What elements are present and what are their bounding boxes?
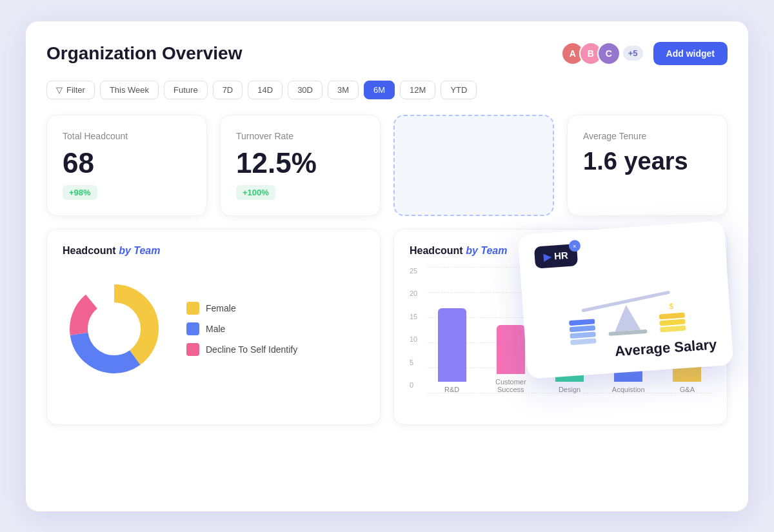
legend-decline-color — [186, 343, 199, 356]
legend-decline: Decline To Self Identify — [186, 343, 297, 356]
time-filter-14d[interactable]: 14D — [248, 81, 283, 99]
time-filter-ytd[interactable]: YTD — [441, 81, 477, 99]
legend-female: Female — [186, 302, 297, 315]
donut-legend: Female Male Decline To Self Identify — [186, 302, 297, 356]
filter-bar: ▽ Filter This Week Future 7D 14D 30D 3M … — [46, 81, 728, 99]
y-label: 5 — [410, 359, 425, 366]
floating-card-header: ▶HR × — [534, 234, 711, 268]
legend-male-label: Male — [206, 324, 225, 334]
page-title: Organization Overview — [46, 43, 242, 64]
time-filter-7d[interactable]: 7D — [213, 81, 243, 99]
stack-layer — [569, 319, 595, 326]
filter-icon: ▽ — [56, 85, 63, 95]
turnover-badge: +100% — [236, 185, 275, 200]
bar-chart-subtitle: by Team — [466, 245, 507, 256]
header-actions: A B C +5 Add widget — [561, 42, 728, 65]
filter-button[interactable]: ▽ Filter — [46, 81, 95, 99]
headcount-badge: +98% — [63, 185, 97, 200]
legend-female-label: Female — [206, 303, 236, 313]
coin-layer — [660, 325, 686, 332]
svg-point-3 — [90, 304, 139, 353]
bar-ga-label: G&A — [680, 386, 695, 393]
dashboard: Organization Overview A B C +5 Add widge… — [26, 21, 748, 511]
bar-rnd: R&D — [428, 308, 476, 393]
bar-cs-bar — [497, 325, 525, 374]
time-filter-future[interactable]: Future — [164, 81, 208, 99]
bar-design-label: Design — [559, 386, 580, 393]
y-label: 20 — [410, 290, 425, 297]
filter-label: Filter — [66, 85, 85, 95]
time-filter-12m[interactable]: 12M — [400, 81, 435, 99]
avatar-count-badge: +5 — [623, 46, 643, 61]
header: Organization Overview A B C +5 Add widge… — [46, 42, 728, 65]
y-axis: 25 20 15 10 5 0 — [410, 267, 425, 389]
time-filter-30d[interactable]: 30D — [288, 81, 322, 99]
turnover-label: Turnover Rate — [236, 131, 293, 141]
avatar-group: A B C +5 — [561, 42, 643, 65]
placeholder-widget-card[interactable] — [393, 115, 554, 216]
donut-chart-svg — [63, 277, 166, 380]
time-filter-6m[interactable]: 6M — [364, 81, 395, 99]
coin-layer — [659, 312, 685, 319]
y-label: 15 — [410, 313, 425, 320]
turnover-rate-card: Turnover Rate 12.5% +100% — [220, 115, 381, 216]
y-label: 0 — [410, 381, 425, 389]
bar-cs-label: Customer Success — [486, 378, 535, 393]
legend-male: Male — [186, 322, 297, 335]
y-label: 10 — [410, 335, 425, 343]
legend-male-color — [186, 322, 199, 335]
dollar-icon: $ — [669, 301, 674, 310]
average-tenure-card: Average Tenure 1.6 years — [567, 115, 728, 216]
turnover-value: 12.5% — [236, 149, 317, 177]
left-stack — [569, 319, 597, 345]
play-icon: ▶ — [543, 250, 551, 262]
legend-female-color — [186, 302, 199, 315]
donut-chart-subtitle: by Team — [119, 245, 160, 256]
bar-rnd-label: R&D — [444, 386, 459, 393]
donut-chart-title: Headcount by Team — [63, 245, 364, 257]
tenure-label: Average Tenure — [583, 131, 646, 141]
avatar: C — [597, 42, 620, 65]
stack-layer — [570, 325, 595, 332]
time-filter-3m[interactable]: 3M — [328, 81, 359, 99]
time-filter-this-week[interactable]: This Week — [100, 81, 159, 99]
coin-layer — [659, 319, 685, 326]
bar-acquisition-label: Acquistion — [612, 386, 645, 393]
scale-illustration: $ — [536, 264, 715, 340]
stack-layer — [570, 338, 596, 345]
average-salary-floating-card: ▶HR × $ — [518, 221, 734, 379]
scale-triangle — [613, 304, 641, 331]
headcount-value: 68 — [63, 149, 94, 177]
total-headcount-card: Total Headcount 68 +98% — [46, 115, 207, 216]
hr-badge-wrapper: ▶HR × — [534, 244, 578, 268]
stack-layer — [570, 331, 595, 339]
tenure-value: 1.6 years — [583, 149, 688, 173]
close-icon: × — [568, 239, 580, 251]
legend-decline-label: Decline To Self Identify — [206, 344, 297, 355]
right-stack: $ — [658, 300, 686, 332]
average-salary-title: Average Salary — [541, 336, 717, 365]
scale-pivot — [606, 298, 648, 335]
bar-rnd-bar — [438, 308, 466, 382]
y-label: 25 — [410, 267, 425, 275]
headcount-by-team-donut-card: Headcount by Team Female — [46, 229, 381, 425]
headcount-label: Total Headcount — [63, 131, 128, 141]
donut-chart-container: Female Male Decline To Self Identify — [63, 267, 364, 391]
add-widget-button[interactable]: Add widget — [653, 42, 728, 65]
